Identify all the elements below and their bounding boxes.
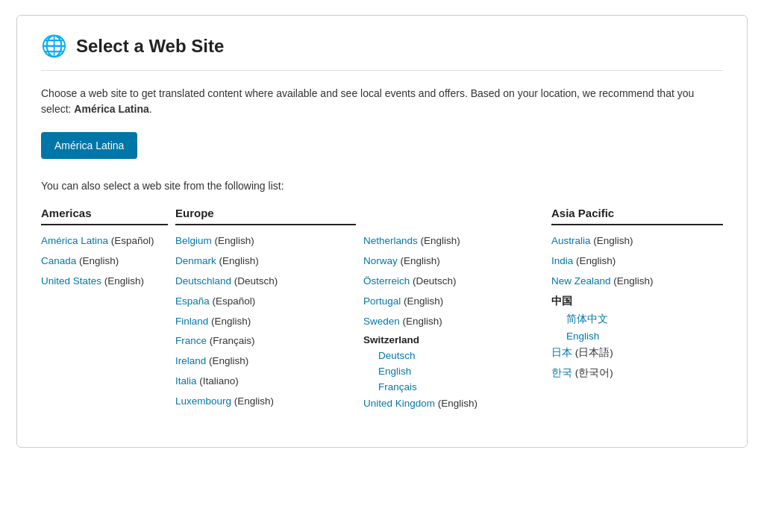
india-link[interactable]: India	[551, 255, 573, 266]
lang-label: (한국어)	[575, 367, 613, 378]
lang-label: (Deutsch)	[234, 275, 278, 287]
lang-label: (English)	[219, 255, 259, 266]
europe-section-2: Europe Netherlands (English) Norway (Eng…	[363, 207, 544, 417]
belgium-link[interactable]: Belgium	[175, 235, 212, 246]
united-states-link[interactable]: United States	[41, 275, 101, 287]
switzerland-subregion: Switzerland	[363, 334, 544, 345]
lang-label: (English)	[404, 295, 443, 307]
lang-label: (English)	[438, 398, 478, 409]
list-item: España (Español)	[175, 295, 356, 309]
china-english-link[interactable]: English	[566, 331, 599, 342]
list-item: English	[363, 366, 544, 377]
list-item: Luxembourg (English)	[175, 395, 356, 409]
list-item: 한국 (한국어)	[551, 366, 723, 381]
lang-label: (English)	[209, 355, 248, 366]
finland-link[interactable]: Finland	[175, 316, 208, 327]
italia-link[interactable]: Italia	[175, 375, 197, 387]
denmark-link[interactable]: Denmark	[175, 255, 216, 266]
europe-section: Europe Belgium (English) Denmark (Englis…	[175, 207, 356, 417]
lang-label: (English)	[211, 316, 251, 327]
osterreich-link[interactable]: Österreich	[363, 275, 410, 287]
list-item: Ireland (English)	[175, 354, 356, 369]
america-latina-link[interactable]: América Latina	[41, 235, 108, 246]
swiss-deutsch-link[interactable]: Deutsch	[378, 350, 416, 361]
lang-label: (English)	[593, 235, 633, 246]
lang-label: (Italiano)	[199, 375, 239, 387]
list-item: Italia (Italiano)	[175, 375, 356, 389]
lang-label: (English)	[613, 275, 653, 287]
list-item: Finland (English)	[175, 315, 356, 329]
regions-grid: Americas América Latina (Español) Canada…	[41, 207, 723, 417]
list-item: United States (English)	[41, 275, 168, 289]
canada-link[interactable]: Canada	[41, 255, 76, 266]
list-item: United Kingdom (English)	[363, 397, 544, 411]
ireland-link[interactable]: Ireland	[175, 355, 206, 366]
americas-latina-recommend-button[interactable]: América Latina	[41, 132, 137, 159]
list-item: Sweden (English)	[363, 315, 544, 329]
united-kingdom-link[interactable]: United Kingdom	[363, 398, 435, 409]
main-container: 🌐 Select a Web Site Choose a web site to…	[16, 15, 748, 448]
list-item: Belgium (English)	[175, 234, 356, 248]
portugal-link[interactable]: Portugal	[363, 295, 401, 307]
france-link[interactable]: France	[175, 335, 207, 346]
lang-label: (English)	[401, 255, 440, 266]
china-subregion: 中国	[551, 295, 723, 308]
espana-link[interactable]: España	[175, 295, 210, 307]
lang-label: (Français)	[210, 335, 255, 346]
new-zealand-link[interactable]: New Zealand	[551, 275, 611, 287]
netherlands-link[interactable]: Netherlands	[363, 235, 418, 246]
list-item: Deutsch	[363, 350, 544, 361]
page-title: Select a Web Site	[76, 36, 224, 57]
lang-label: (Español)	[213, 295, 256, 307]
norway-link[interactable]: Norway	[363, 255, 398, 266]
list-item: Denmark (English)	[175, 254, 356, 269]
list-item: Français	[363, 381, 544, 392]
description-after: .	[149, 103, 152, 115]
lang-label: (English)	[403, 316, 442, 327]
description-text: Choose a web site to get translated cont…	[41, 86, 723, 117]
lang-label: (English)	[215, 235, 254, 246]
korea-link[interactable]: 한국	[551, 367, 572, 378]
europe-heading: Europe	[175, 207, 356, 225]
asia-pacific-heading: Asia Pacific	[551, 207, 723, 225]
swiss-francais-link[interactable]: Français	[378, 381, 417, 392]
lang-label: (日本語)	[575, 347, 613, 358]
list-item: France (Français)	[175, 334, 356, 348]
list-item: América Latina (Español)	[41, 234, 168, 248]
americas-heading: Americas	[41, 207, 168, 225]
japan-link[interactable]: 日本	[551, 347, 572, 358]
list-item: Netherlands (English)	[363, 234, 544, 248]
americas-section: Americas América Latina (Español) Canada…	[41, 207, 168, 417]
list-item: 简体中文	[551, 313, 723, 326]
asia-pacific-section: Asia Pacific Australia (English) India (…	[551, 207, 723, 417]
sweden-link[interactable]: Sweden	[363, 316, 400, 327]
lang-label: (English)	[104, 275, 144, 287]
lang-label: (English)	[421, 235, 460, 246]
globe-icon: 🌐	[41, 34, 67, 58]
list-item: New Zealand (English)	[551, 275, 723, 289]
list-item: Norway (English)	[363, 254, 544, 269]
australia-link[interactable]: Australia	[551, 235, 591, 246]
lang-label: (English)	[234, 395, 274, 407]
lang-label: (Deutsch)	[413, 275, 457, 287]
deutschland-link[interactable]: Deutschland	[175, 275, 231, 287]
lang-label: (English)	[79, 255, 119, 266]
china-simplified-link[interactable]: 简体中文	[566, 313, 608, 325]
luxembourg-link[interactable]: Luxembourg	[175, 395, 231, 407]
lang-label: (English)	[576, 255, 616, 266]
list-item: English	[551, 331, 723, 342]
also-select-text: You can also select a web site from the …	[41, 180, 723, 192]
swiss-english-link[interactable]: English	[378, 366, 411, 377]
list-item: Portugal (English)	[363, 295, 544, 309]
list-item: Australia (English)	[551, 234, 723, 248]
list-item: 日本 (日本語)	[551, 346, 723, 360]
list-item: Canada (English)	[41, 254, 168, 269]
list-item: Deutschland (Deutsch)	[175, 275, 356, 289]
page-header: 🌐 Select a Web Site	[41, 34, 723, 71]
list-item: India (English)	[551, 254, 723, 269]
list-item: Österreich (Deutsch)	[363, 275, 544, 289]
recommendation-text: América Latina	[74, 103, 148, 115]
lang-label: (Español)	[111, 235, 154, 246]
